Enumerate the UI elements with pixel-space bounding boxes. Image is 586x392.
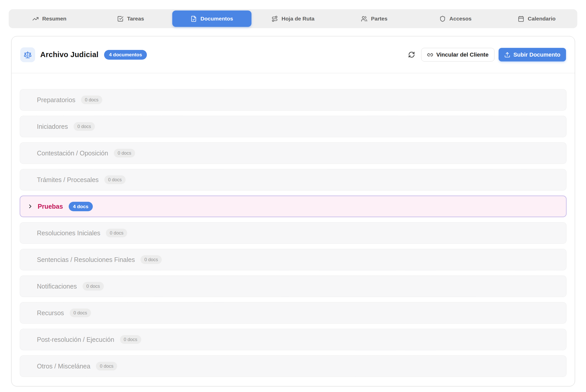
tab-label: Partes (371, 16, 387, 22)
category-label: Recursos (37, 309, 64, 317)
tab-label: Hoja de Ruta (281, 16, 314, 22)
tab-documentos[interactable]: Documentos (172, 10, 251, 27)
file-check-icon (190, 16, 197, 22)
docs-count-badge: 0 docs (70, 309, 91, 317)
tab-calendario[interactable]: Calendario (497, 10, 576, 27)
section-tabbar: Resumen Tareas Documentos Hoja de Ruta P… (9, 9, 577, 28)
docs-count-badge: 0 docs (96, 362, 117, 370)
category-label: Otros / Miscelánea (37, 363, 90, 370)
tab-label: Accesos (449, 16, 471, 22)
category-list: Preparatorios 0 docs Iniciadores 0 docs … (12, 73, 575, 377)
upload-document-button[interactable]: Subir Documento (499, 48, 566, 61)
document-count-badge: 4 documentos (104, 50, 147, 60)
link-icon (427, 52, 433, 58)
link-client-label: Vincular del Cliente (436, 51, 489, 58)
category-row-tramites-procesales[interactable]: Trámites / Procesales 0 docs (20, 169, 567, 190)
category-row-preparatorios[interactable]: Preparatorios 0 docs (20, 89, 567, 111)
refresh-icon (408, 51, 415, 58)
category-row-sentencias-resoluciones-finales[interactable]: Sentencias / Resoluciones Finales 0 docs (20, 249, 567, 270)
docs-count-badge: 0 docs (104, 175, 126, 184)
category-label: Contestación / Oposición (37, 150, 108, 157)
category-label: Notificaciones (37, 283, 77, 290)
route-icon (271, 16, 278, 22)
category-row-notificaciones[interactable]: Notificaciones 0 docs (20, 276, 567, 297)
tab-accesos[interactable]: Accesos (416, 10, 495, 27)
category-label: Trámites / Procesales (37, 176, 99, 184)
archive-icon-box (20, 47, 35, 62)
link-client-button[interactable]: Vincular del Cliente (421, 48, 494, 61)
category-label: Iniciadores (37, 123, 68, 130)
check-square-icon (117, 16, 124, 22)
tab-label: Resumen (42, 16, 67, 22)
docs-count-badge: 0 docs (81, 96, 102, 104)
calendar-icon (518, 16, 524, 22)
tab-tareas[interactable]: Tareas (91, 10, 170, 27)
category-row-resoluciones-iniciales[interactable]: Resoluciones Iniciales 0 docs (20, 222, 567, 244)
docs-count-badge: 4 docs (69, 202, 93, 211)
upload-document-label: Subir Documento (513, 51, 560, 58)
tab-partes[interactable]: Partes (335, 10, 414, 27)
category-label: Pruebas (38, 203, 63, 210)
documents-card: Archivo Judicial 4 documentos Vincular d… (11, 36, 575, 386)
docs-count-badge: 0 docs (120, 335, 141, 344)
tab-resumen[interactable]: Resumen (10, 10, 89, 27)
page-title: Archivo Judicial (40, 50, 98, 59)
category-label: Sentencias / Resoluciones Finales (37, 256, 135, 263)
shield-icon (439, 16, 446, 22)
tab-label: Calendario (528, 16, 556, 22)
tab-label: Documentos (200, 16, 233, 22)
users-icon (361, 16, 367, 22)
scales-of-justice-icon (24, 51, 32, 59)
docs-count-badge: 0 docs (106, 229, 127, 237)
docs-count-badge: 0 docs (140, 255, 162, 264)
header-actions: Vincular del Cliente Subir Documento (406, 48, 566, 61)
refresh-button[interactable] (406, 49, 417, 60)
category-label: Preparatorios (37, 96, 75, 104)
docs-count-badge: 0 docs (114, 149, 135, 157)
category-label: Resoluciones Iniciales (37, 229, 100, 237)
tab-hoja-de-ruta[interactable]: Hoja de Ruta (254, 10, 333, 27)
category-row-recursos[interactable]: Recursos 0 docs (20, 302, 567, 324)
category-row-otros-miscelanea[interactable]: Otros / Miscelánea 0 docs (20, 355, 567, 377)
upload-icon (504, 52, 510, 58)
trending-up-icon (32, 16, 39, 22)
docs-count-badge: 0 docs (74, 122, 95, 131)
tab-label: Tareas (127, 16, 144, 22)
category-label: Post-resolución / Ejecución (37, 336, 114, 343)
category-row-contestacion-oposicion[interactable]: Contestación / Oposición 0 docs (20, 142, 567, 164)
chevron-right-icon (27, 203, 33, 209)
category-row-iniciadores[interactable]: Iniciadores 0 docs (20, 116, 567, 137)
category-row-post-resolucion-ejecucion[interactable]: Post-resolución / Ejecución 0 docs (20, 329, 567, 350)
category-row-pruebas[interactable]: Pruebas 4 docs (20, 196, 567, 217)
card-header: Archivo Judicial 4 documentos Vincular d… (12, 36, 575, 73)
docs-count-badge: 0 docs (83, 282, 104, 291)
